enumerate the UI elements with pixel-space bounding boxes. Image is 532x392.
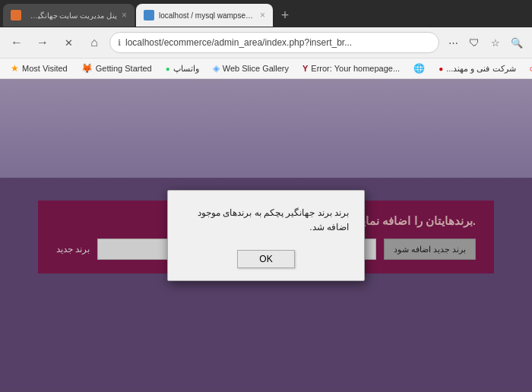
bookmark-error-icon: Y bbox=[302, 64, 308, 73]
bookmark-star-icon[interactable]: ☆ bbox=[486, 33, 505, 52]
bookmark-star-icon: ★ bbox=[11, 63, 19, 74]
bookmark-company-label: شرکت فنی و مهند... bbox=[446, 64, 515, 74]
dialog-ok-button[interactable]: OK bbox=[237, 250, 294, 268]
bookmark-whatsapp-icon: ● bbox=[166, 65, 170, 73]
tab-1[interactable]: پنل مدیریت سایت جهانگیر پچکم × bbox=[3, 4, 135, 27]
reload-close-button[interactable]: ✕ bbox=[58, 32, 79, 53]
nav-right-icons: ⋯ 🛡 ☆ 🔍 bbox=[444, 33, 526, 52]
tab-add-button[interactable]: + bbox=[274, 5, 296, 26]
navigation-bar: ← → ✕ ⌂ ℹ localhost/ecommerce/admin_area… bbox=[0, 27, 532, 58]
alert-dialog: برند برند جهانگیر پچکم به برندهای موجود … bbox=[167, 190, 365, 281]
bookmark-company-icon: ● bbox=[439, 65, 443, 73]
bookmark-getting-started[interactable]: 🦊 Getting Started bbox=[75, 62, 158, 75]
bookmarks-bar: ★ Most Visited 🦊 Getting Started ● واتسا… bbox=[0, 58, 532, 79]
bookmark-extra-icon: ∞ bbox=[530, 62, 532, 74]
tab-2[interactable]: localhost / mysql wampserver / ec... × bbox=[136, 4, 273, 27]
tab-favicon-2 bbox=[144, 10, 154, 21]
shield-icon[interactable]: 🛡 bbox=[465, 33, 483, 52]
back-button[interactable]: ← bbox=[6, 32, 27, 53]
bookmark-error-label: Error: Your homepage... bbox=[311, 64, 400, 73]
search-button[interactable]: 🔍 bbox=[508, 33, 526, 52]
lock-icon: ℹ bbox=[118, 38, 121, 48]
bookmark-most-visited[interactable]: ★ Most Visited bbox=[5, 62, 74, 75]
bookmark-extra[interactable]: ∞ bbox=[524, 61, 532, 76]
home-button[interactable]: ⌂ bbox=[84, 32, 105, 53]
dialog-overlay: برند برند جهانگیر پچکم به برندهای موجود … bbox=[0, 79, 532, 392]
address-bar[interactable]: ℹ localhost/ecommerce/admin_area/index.p… bbox=[109, 32, 439, 53]
tab-2-label: localhost / mysql wampserver / ec... bbox=[159, 11, 255, 20]
dialog-message: برند برند جهانگیر پچکم به برندهای موجود … bbox=[183, 206, 349, 235]
bookmark-whatsapp-label: واتساپ bbox=[173, 64, 199, 74]
tab-2-close[interactable]: × bbox=[260, 10, 265, 21]
tab-bar: پنل مدیریت سایت جهانگیر پچکم × localhost… bbox=[0, 0, 532, 27]
bookmark-web-slice[interactable]: ◈ Web Slice Gallery bbox=[207, 62, 295, 75]
bookmark-getting-started-label: Getting Started bbox=[96, 64, 152, 73]
bookmark-firefox-icon: 🦊 bbox=[81, 63, 93, 74]
tab-1-label: پنل مدیریت سایت جهانگیر پچکم bbox=[26, 11, 117, 20]
dialog-buttons: OK bbox=[183, 250, 349, 268]
menu-button[interactable]: ⋯ bbox=[444, 33, 462, 52]
bookmark-company[interactable]: ● شرکت فنی و مهند... bbox=[432, 62, 521, 75]
bookmark-web-slice-label: Web Slice Gallery bbox=[223, 64, 289, 73]
bookmark-webslice-icon: ◈ bbox=[213, 63, 220, 74]
bookmark-whatsapp[interactable]: ● واتساپ bbox=[160, 62, 205, 75]
tab-1-close[interactable]: × bbox=[122, 10, 127, 21]
bookmark-globe-icon: 🌐 bbox=[413, 63, 425, 74]
tab-favicon-1 bbox=[11, 10, 21, 21]
page-content: .برندهایتان را اضافه نمایید برند جدید اض… bbox=[0, 79, 532, 392]
forward-button[interactable]: → bbox=[32, 32, 53, 53]
browser-window: پنل مدیریت سایت جهانگیر پچکم × localhost… bbox=[0, 0, 532, 79]
bookmark-most-visited-label: Most Visited bbox=[22, 64, 68, 73]
bookmark-error[interactable]: Y Error: Your homepage... bbox=[296, 62, 406, 74]
bookmark-globe[interactable]: 🌐 bbox=[407, 62, 431, 75]
address-text: localhost/ecommerce/admin_area/index.php… bbox=[125, 37, 431, 48]
